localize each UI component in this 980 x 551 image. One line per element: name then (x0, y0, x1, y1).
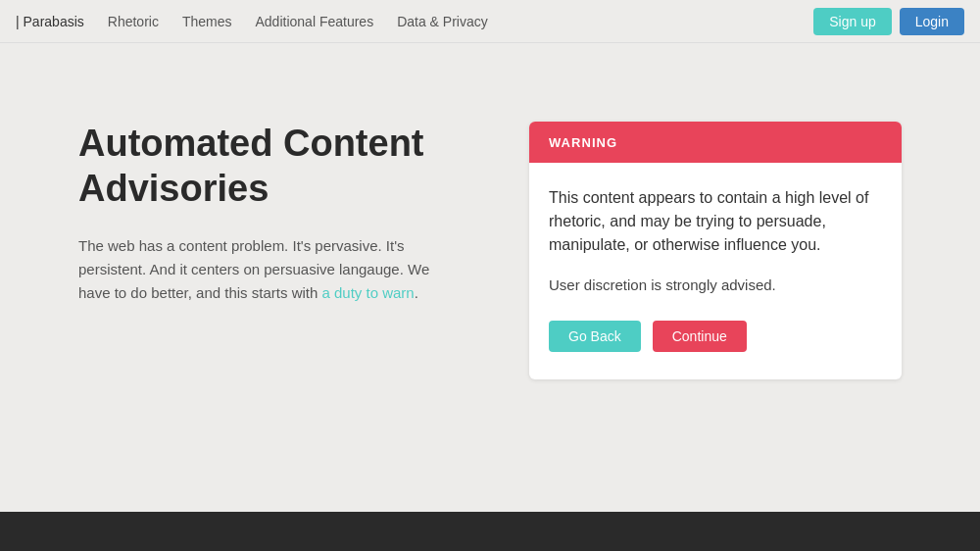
description-period: . (415, 284, 418, 301)
page-description: The web has a content problem. It's perv… (78, 234, 451, 305)
nav-link-themes[interactable]: Themes (182, 14, 232, 29)
main-content: Automated Content Advisories The web has… (0, 43, 980, 419)
navbar: | Parabasis Rhetoric Themes Additional F… (0, 0, 980, 43)
warning-header: WARNING (529, 122, 902, 163)
nav-left: | Parabasis Rhetoric Themes Additional F… (16, 14, 488, 29)
nav-link-additional-features[interactable]: Additional Features (256, 14, 374, 29)
page-title: Automated Content Advisories (78, 122, 451, 211)
login-button[interactable]: Login (900, 8, 964, 35)
duty-to-warn-link[interactable]: a duty to warn (321, 284, 414, 301)
signup-button[interactable]: Sign up (813, 8, 891, 35)
warning-text-main: This content appears to contain a high l… (549, 186, 882, 257)
nav-link-data-privacy[interactable]: Data & Privacy (397, 14, 488, 29)
nav-right: Sign up Login (813, 8, 964, 35)
warning-body: This content appears to contain a high l… (529, 163, 902, 379)
left-section: Automated Content Advisories The web has… (78, 122, 451, 305)
footer (0, 512, 980, 551)
nav-brand: | Parabasis (16, 14, 84, 29)
warning-card: WARNING This content appears to contain … (529, 122, 902, 379)
go-back-button[interactable]: Go Back (549, 321, 641, 352)
warning-buttons: Go Back Continue (549, 321, 882, 352)
warning-text-secondary: User discretion is strongly advised. (549, 276, 882, 293)
nav-link-rhetoric[interactable]: Rhetoric (108, 14, 159, 29)
warning-label: WARNING (549, 135, 617, 150)
continue-button[interactable]: Continue (653, 321, 747, 352)
